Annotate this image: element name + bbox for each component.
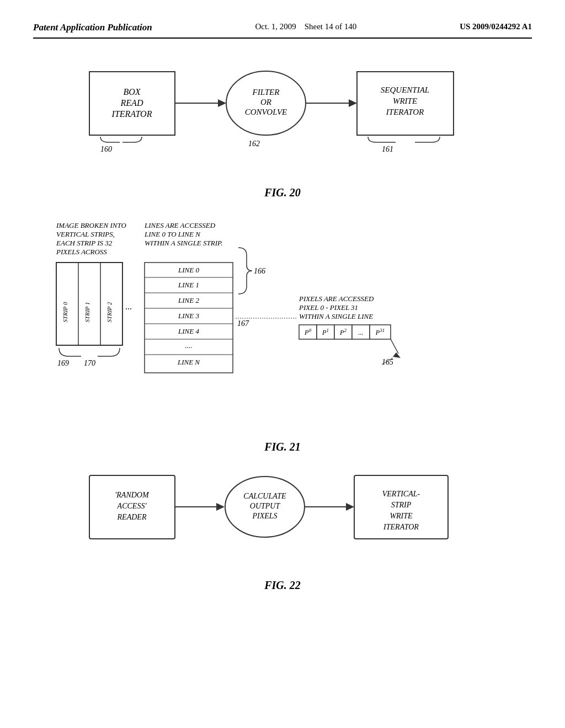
svg-text:165: 165 xyxy=(382,358,393,366)
svg-text:ITERATOR: ITERATOR xyxy=(383,523,419,531)
svg-marker-6 xyxy=(218,99,226,107)
svg-text:STRIP 2: STRIP 2 xyxy=(106,302,113,322)
svg-marker-74 xyxy=(216,503,225,511)
svg-text:161: 161 xyxy=(382,145,393,153)
svg-text:....: .... xyxy=(185,341,193,350)
svg-text:PIXELS ARE ACCESSED: PIXELS ARE ACCESSED xyxy=(299,295,374,303)
svg-text:OUTPUT: OUTPUT xyxy=(250,502,281,510)
fig22-diagram: 'RANDOM ACCESS' READER CALCULATE OUTPUT … xyxy=(56,464,509,575)
svg-text:CONVOLVE: CONVOLVE xyxy=(245,108,287,116)
fig22-section: 'RANDOM ACCESS' READER CALCULATE OUTPUT … xyxy=(33,464,532,592)
header-center: Oct. 1, 2009 Sheet 14 of 140 xyxy=(255,22,357,31)
fig20-label: FIG. 20 xyxy=(33,186,532,199)
svg-text:...: ... xyxy=(359,329,364,336)
svg-text:VERTICAL STRIPS,: VERTICAL STRIPS, xyxy=(56,230,115,238)
svg-text:FILTER: FILTER xyxy=(252,88,280,97)
svg-text:ACCESS': ACCESS' xyxy=(117,502,147,510)
svg-text:IMAGE BROKEN INTO: IMAGE BROKEN INTO xyxy=(56,221,126,229)
header: Patent Application Publication Oct. 1, 2… xyxy=(33,22,532,39)
svg-text:169: 169 xyxy=(57,359,69,367)
svg-text:BOX: BOX xyxy=(123,87,141,97)
svg-text:LINE N: LINE N xyxy=(177,358,200,366)
fig20-section: BOX READ ITERATOR 160 FILTER OR CONVOLVE… xyxy=(33,55,532,199)
svg-text:LINE 4: LINE 4 xyxy=(178,327,199,335)
svg-text:CALCULATE: CALCULATE xyxy=(243,492,286,500)
patent-number: US 2009/0244292 A1 xyxy=(460,22,532,31)
svg-text:STRIP 0: STRIP 0 xyxy=(62,302,68,322)
fig22-label: FIG. 22 xyxy=(33,579,532,592)
svg-text:WRITE: WRITE xyxy=(393,97,417,105)
publication-title: Patent Application Publication xyxy=(33,22,152,33)
svg-text:LINE 2: LINE 2 xyxy=(178,296,199,304)
svg-marker-13 xyxy=(349,99,357,107)
svg-marker-80 xyxy=(346,503,354,511)
svg-text:SEQUENTIAL: SEQUENTIAL xyxy=(381,85,429,94)
svg-text:162: 162 xyxy=(248,140,260,148)
svg-text:'RANDOM: 'RANDOM xyxy=(115,491,150,499)
svg-text:...: ... xyxy=(125,302,132,311)
fig21-diagram: IMAGE BROKEN INTO VERTICAL STRIPS, EACH … xyxy=(34,216,531,436)
fig21-section: IMAGE BROKEN INTO VERTICAL STRIPS, EACH … xyxy=(33,216,532,453)
svg-text:170: 170 xyxy=(84,359,95,367)
svg-text:STRIP: STRIP xyxy=(391,501,412,509)
svg-text:PIXELS ACROSS: PIXELS ACROSS xyxy=(56,248,107,256)
svg-text:167: 167 xyxy=(237,319,249,328)
svg-text:LINE 3: LINE 3 xyxy=(178,312,199,320)
fig20-diagram: BOX READ ITERATOR 160 FILTER OR CONVOLVE… xyxy=(56,55,509,182)
sheet-info: Sheet 14 of 140 xyxy=(305,22,357,31)
page: Patent Application Publication Oct. 1, 2… xyxy=(0,0,565,728)
svg-marker-66 xyxy=(393,352,401,358)
svg-text:EACH STRIP IS 32: EACH STRIP IS 32 xyxy=(56,239,113,247)
date: Oct. 1, 2009 xyxy=(255,22,296,31)
svg-text:READER: READER xyxy=(117,513,147,521)
svg-text:OR: OR xyxy=(260,98,271,106)
svg-text:LINE 0 TO LINE N: LINE 0 TO LINE N xyxy=(144,230,201,238)
svg-text:STRIP 1: STRIP 1 xyxy=(84,302,90,323)
svg-text:READ: READ xyxy=(120,98,143,108)
svg-text:PIXELS: PIXELS xyxy=(252,512,277,520)
svg-text:LINES ARE ACCESSED: LINES ARE ACCESSED xyxy=(144,221,216,229)
svg-text:WRITE: WRITE xyxy=(390,512,413,520)
svg-text:166: 166 xyxy=(254,267,265,275)
svg-text:WITHIN A SINGLE LINE: WITHIN A SINGLE LINE xyxy=(299,312,373,320)
svg-text:ITERATOR: ITERATOR xyxy=(111,109,152,119)
svg-text:ITERATOR: ITERATOR xyxy=(386,108,424,116)
svg-text:160: 160 xyxy=(100,145,112,153)
svg-text:PIXEL 0 - PIXEL 31: PIXEL 0 - PIXEL 31 xyxy=(299,303,358,312)
svg-line-65 xyxy=(391,339,398,354)
svg-text:LINE 1: LINE 1 xyxy=(178,281,199,289)
svg-text:WITHIN A SINGLE STRIP.: WITHIN A SINGLE STRIP. xyxy=(145,239,223,247)
svg-text:VERTICAL-: VERTICAL- xyxy=(382,490,420,498)
svg-text:LINE 0: LINE 0 xyxy=(178,266,199,274)
fig21-label: FIG. 21 xyxy=(33,441,532,453)
